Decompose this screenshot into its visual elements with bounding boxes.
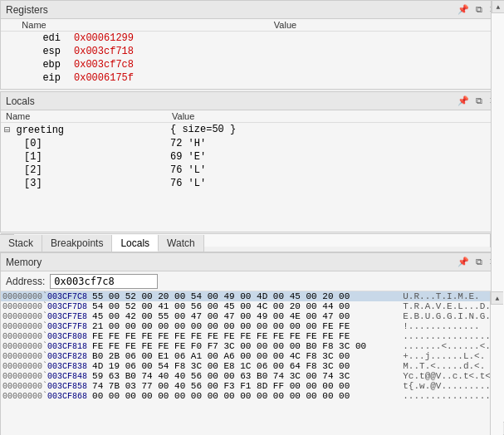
locals-scroll-track [492,110,503,233]
memory-row: 00000000`003CF808FE FE FE FE FE FE FE FE… [1,331,503,341]
locals-content: Name Value ⊟ greeting{ size=50 }[0]72 'H… [1,110,503,233]
reg-value: 0x003cf718 [67,45,503,58]
mem-ascii: !............. [401,321,503,331]
mem-hex: 00 00 00 00 00 00 00 00 00 00 00 00 00 0… [89,391,401,401]
memory-row: 00000000`003CF84859 63 B0 74 40 40 56 00… [1,371,503,381]
memory-row: 00000000`003CF828B0 2B 06 00 E1 06 A1 00… [1,351,503,361]
mem-ascii: ................ [401,331,503,341]
local-name: [0] [1,137,167,150]
locals-title: Locals [6,95,35,107]
address-input[interactable] [50,274,158,289]
registers-header: Registers 📌 ⧉ ✕ [1,1,503,19]
mem-addr: 00000000`003CF818 [1,341,89,351]
locals-table: Name Value ⊟ greeting{ size=50 }[0]72 'H… [1,110,503,190]
mem-hex: FE FE FE FE FE FE FE FE FE FE FE FE FE F… [89,331,401,341]
mem-addr: 00000000`003CF7C8 [1,291,89,301]
mem-addr: 00000000`003CF868 [1,391,89,401]
memory-scrollbar[interactable]: ▲ ▼ [490,291,503,435]
table-row: [3]76 'L' [1,177,503,190]
mem-ascii: E.B.U.G.G.I.N.G. [401,311,503,321]
local-name: [2] [1,164,167,177]
table-row: edi0x00061299 [1,32,503,46]
mem-hex: B0 2B 06 00 E1 06 A1 00 A6 00 00 00 4C F… [89,351,401,361]
memory-header: Memory 📌 ⧉ ✕ [1,253,503,271]
mem-ascii: M..T.<.....d.<. [401,361,503,371]
memory-row: 00000000`003CF7F821 00 00 00 00 00 00 00… [1,321,503,331]
mem-hex: 74 7B 03 77 00 40 56 00 F3 F1 8D FF 00 0… [89,381,401,391]
mem-hex: 55 00 52 00 20 00 54 00 49 00 4D 00 45 0… [89,291,401,301]
memory-scroll-track [491,305,503,435]
registers-title: Registers [6,4,48,16]
tab-watch[interactable]: Watch [159,235,204,252]
local-value: 76 'L' [167,177,503,190]
address-bar: Address: [1,271,503,291]
local-value: 69 'E' [167,150,503,164]
mem-hex: 4D 19 06 00 54 F8 3C 00 E8 1C 06 00 64 F… [89,361,401,371]
locals-col-name: Name [1,110,167,123]
memory-row: 00000000`003CF7E845 00 42 00 55 00 47 00… [1,311,503,321]
memory-table: 00000000`003CF7C855 00 52 00 20 00 54 00… [1,291,503,401]
registers-pin-btn[interactable]: 📌 [456,5,471,14]
memory-panel: Memory 📌 ⧉ ✕ Address: 00000000`003CF7C85… [0,252,504,435]
locals-header: Locals 📌 ⧉ ✕ [1,92,503,110]
mem-addr: 00000000`003CF848 [1,371,89,381]
memory-row: 00000000`003CF818FE FE FE FE FE FE F0 F7… [1,341,503,351]
table-row: eip0x0006175f [1,71,503,85]
mem-ascii: U.R...T.I.M.E. [401,291,503,301]
mem-ascii: .......<......<. [401,341,503,351]
mem-hex: 54 00 52 00 41 00 56 00 45 00 4C 00 20 0… [89,301,401,311]
reg-name: edi [1,32,67,46]
local-value: 76 'L' [167,164,503,177]
mem-addr: 00000000`003CF7D8 [1,301,89,311]
registers-panel: Registers 📌 ⧉ ✕ Name Value edi0x00061299… [0,0,504,90]
locals-pin-btn[interactable]: 📌 [456,96,471,105]
mem-addr: 00000000`003CF838 [1,361,89,371]
reg-name: ebp [1,58,67,71]
memory-pin-btn[interactable]: 📌 [456,257,471,266]
address-label: Address: [6,276,45,287]
table-row: [2]76 'L' [1,164,503,177]
reg-value: 0x003cf7c8 [67,58,503,71]
registers-col-name: Name [1,19,67,32]
tab-stack[interactable]: Stack [0,235,42,252]
memory-row: 00000000`003CF7C855 00 52 00 20 00 54 00… [1,291,503,301]
mem-ascii: ................ [401,391,503,401]
table-row: ebp0x003cf7c8 [1,58,503,71]
reg-value: 0x00061299 [67,32,503,46]
locals-scrollbar[interactable]: ▲ ▼ [491,110,503,233]
memory-scroll-up[interactable]: ▲ [491,291,503,305]
memory-content: 00000000`003CF7C855 00 52 00 20 00 54 00… [1,291,503,435]
table-row: [1]69 'E' [1,150,503,164]
local-name: [3] [1,177,167,190]
table-row: ⊟ greeting{ size=50 } [1,123,503,138]
tab-breakpoints[interactable]: Breakpoints [42,235,112,252]
mem-hex: 45 00 42 00 55 00 47 00 47 00 49 00 4E 0… [89,311,401,321]
local-name: ⊟ greeting [1,123,167,138]
registers-col-value: Value [67,19,503,32]
memory-title: Memory [6,257,42,268]
tab-locals[interactable]: Locals [112,235,159,252]
registers-float-btn[interactable]: ⧉ [474,5,484,14]
mem-addr: 00000000`003CF7F8 [1,321,89,331]
memory-table-area: 00000000`003CF7C855 00 52 00 20 00 54 00… [1,291,503,435]
locals-panel: Locals 📌 ⧉ ✕ Name Value ⊟ greeting{ size… [0,91,504,232]
mem-hex: 21 00 00 00 00 00 00 00 00 00 00 00 00 0… [89,321,401,331]
mem-ascii: Yc.t@@V..c.t<.t< [401,371,503,381]
memory-float-btn[interactable]: ⧉ [474,257,484,266]
memory-row: 00000000`003CF86800 00 00 00 00 00 00 00… [1,391,503,401]
table-row: esp0x003cf718 [1,45,503,58]
local-value: { size=50 } [167,123,503,138]
mem-addr: 00000000`003CF828 [1,351,89,361]
mem-addr: 00000000`003CF858 [1,381,89,391]
reg-name: esp [1,45,67,58]
mem-ascii: T.R.A.V.E.L...D. [401,301,503,311]
memory-row: 00000000`003CF7D854 00 52 00 41 00 56 00… [1,301,503,311]
mem-ascii: +...j......L.<. [401,351,503,361]
table-row: [0]72 'H' [1,137,503,150]
memory-row: 00000000`003CF85874 7B 03 77 00 40 56 00… [1,381,503,391]
reg-value: 0x0006175f [67,71,503,85]
locals-col-value: Value [167,110,503,123]
memory-row: 00000000`003CF8384D 19 06 00 54 F8 3C 00… [1,361,503,371]
registers-table: Name Value edi0x00061299esp0x003cf718ebp… [1,19,503,85]
locals-float-btn[interactable]: ⧉ [474,96,484,105]
